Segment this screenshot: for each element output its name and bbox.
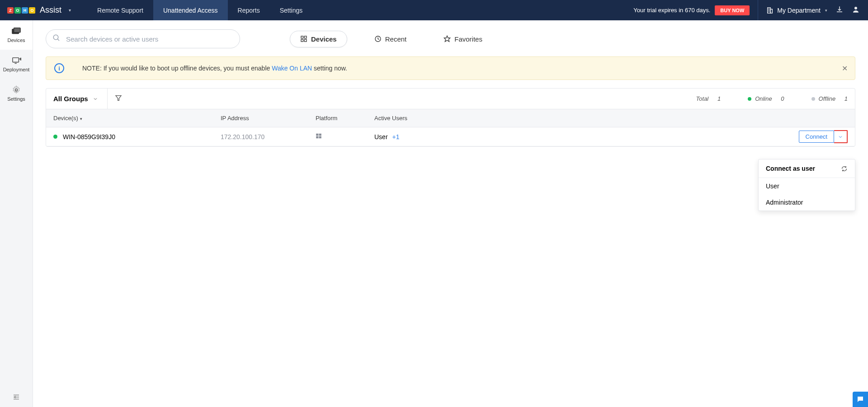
svg-marker-22	[444, 36, 450, 42]
chevron-down-icon	[838, 134, 843, 140]
stat-count: 1	[844, 95, 848, 102]
search-wrap	[46, 29, 240, 48]
nav-right: Your trial expires in 670 days. BUY NOW …	[633, 0, 868, 20]
svg-point-5	[854, 7, 857, 9]
dropdown-header: Connect as user	[759, 159, 855, 178]
tab-unattended-access[interactable]: Unattended Access	[153, 0, 228, 20]
platform-cell	[316, 133, 374, 140]
users-cell: User +1	[374, 133, 465, 140]
divider	[758, 0, 758, 20]
view-tab-recent[interactable]: Recent	[364, 31, 417, 47]
svg-line-16	[57, 39, 59, 41]
main-nav-tabs: Remote Support Unattended Access Reports…	[87, 0, 312, 20]
sidebar-label: Settings	[7, 96, 25, 102]
close-icon[interactable]: ✕	[842, 64, 848, 73]
product-name: Assist	[40, 5, 61, 15]
svg-rect-19	[301, 39, 303, 42]
connect-button[interactable]: Connect	[799, 131, 834, 143]
chat-fab-button[interactable]	[853, 392, 868, 407]
column-devices[interactable]: Device(s)▾	[53, 115, 221, 122]
svg-rect-18	[304, 36, 307, 38]
wake-on-lan-link[interactable]: Wake On LAN	[272, 65, 312, 72]
panel-header: All Groups Total 1 Online 0 Offline 1	[46, 89, 855, 109]
refresh-icon[interactable]	[841, 165, 848, 172]
devices-panel: All Groups Total 1 Online 0 Offline 1	[46, 88, 855, 147]
view-tab-label: Favorites	[454, 35, 482, 43]
column-active-users[interactable]: Active Users	[374, 115, 465, 122]
stat-count: 1	[717, 95, 721, 102]
chat-icon	[856, 395, 864, 403]
sidebar-label: Devices	[7, 37, 25, 43]
top-nav: ZOHO Assist ▾ Remote Support Unattended …	[0, 0, 868, 20]
sidebar-item-devices[interactable]: Devices	[0, 20, 33, 50]
department-selector[interactable]: My Department ▾	[766, 7, 827, 14]
building-icon	[766, 7, 774, 14]
banner-prefix: NOTE: If you would like to boot up offli…	[82, 65, 272, 72]
star-icon	[443, 35, 451, 42]
product-switcher-icon[interactable]: ▾	[69, 8, 71, 13]
stat-count: 0	[781, 95, 784, 102]
svg-rect-7	[14, 28, 20, 33]
logo-area: ZOHO Assist ▾	[0, 5, 78, 15]
groups-dropdown[interactable]: All Groups	[53, 89, 108, 109]
svg-rect-25	[319, 134, 321, 136]
zoho-logo: ZOHO	[7, 7, 35, 14]
svg-rect-17	[301, 36, 303, 38]
stat-online: Online 0	[748, 95, 784, 102]
banner-suffix: setting now.	[312, 65, 347, 72]
tab-remote-support[interactable]: Remote Support	[87, 0, 153, 20]
svg-rect-20	[304, 39, 307, 42]
buy-now-button[interactable]: BUY NOW	[715, 5, 750, 15]
dropdown-title: Connect as user	[766, 165, 815, 172]
groups-label: All Groups	[53, 95, 88, 103]
row-actions: Connect	[799, 130, 848, 143]
view-tabs: Devices Recent Favorites	[290, 31, 492, 47]
stat-label: Total	[696, 95, 709, 102]
tab-settings[interactable]: Settings	[270, 0, 313, 20]
svg-point-15	[53, 35, 58, 40]
svg-rect-1	[771, 9, 773, 13]
column-platform[interactable]: Platform	[316, 115, 374, 122]
view-tab-favorites[interactable]: Favorites	[434, 31, 492, 47]
trial-expiry-text: Your trial expires in 670 days.	[633, 7, 710, 14]
svg-rect-27	[319, 136, 321, 139]
chevron-down-icon: ▾	[825, 8, 827, 13]
svg-marker-23	[116, 95, 121, 100]
dropdown-option-administrator[interactable]: Administrator	[759, 194, 855, 211]
main-content: Devices Recent Favorites i NOTE: If you …	[33, 20, 868, 407]
view-tab-label: Recent	[385, 35, 407, 43]
windows-icon	[316, 133, 322, 139]
device-name: WIN-0859G9I39J0	[63, 133, 115, 140]
toolbar: Devices Recent Favorites	[46, 29, 855, 48]
sort-icon: ▾	[80, 117, 82, 121]
connect-as-user-dropdown: Connect as user User Administrator	[758, 159, 855, 211]
user-icon[interactable]	[852, 5, 860, 15]
sidebar-item-settings[interactable]: Settings	[0, 79, 33, 108]
status-dot-icon	[53, 135, 57, 139]
wake-on-lan-banner: i NOTE: If you would like to boot up off…	[46, 56, 855, 80]
sidebar-collapse-button[interactable]	[0, 387, 33, 407]
user-name: User	[374, 133, 388, 140]
info-icon: i	[54, 63, 64, 73]
view-tab-label: Devices	[311, 35, 337, 43]
banner-text: NOTE: If you would like to boot up offli…	[82, 65, 347, 72]
stat-label: Online	[755, 95, 772, 102]
online-dot-icon	[748, 97, 751, 101]
stat-label: Offline	[819, 95, 836, 102]
deployment-icon: +	[11, 56, 21, 65]
search-input[interactable]	[46, 29, 240, 48]
ip-cell: 172.20.100.170	[221, 133, 316, 140]
dropdown-option-user[interactable]: User	[759, 178, 855, 194]
more-users-link[interactable]: +1	[392, 133, 400, 140]
filter-icon[interactable]	[115, 94, 122, 103]
connect-dropdown-button[interactable]	[834, 130, 848, 143]
search-icon	[52, 34, 61, 44]
stat-offline: Offline 1	[811, 95, 848, 102]
table-row[interactable]: WIN-0859G9I39J0 172.20.100.170 User +1 C…	[46, 127, 855, 146]
download-icon[interactable]	[835, 5, 844, 15]
svg-text:+: +	[19, 57, 21, 61]
sidebar-item-deployment[interactable]: + Deployment	[0, 50, 33, 79]
view-tab-devices[interactable]: Devices	[290, 31, 347, 47]
tab-reports[interactable]: Reports	[228, 0, 270, 20]
column-ip[interactable]: IP Address	[221, 115, 316, 122]
